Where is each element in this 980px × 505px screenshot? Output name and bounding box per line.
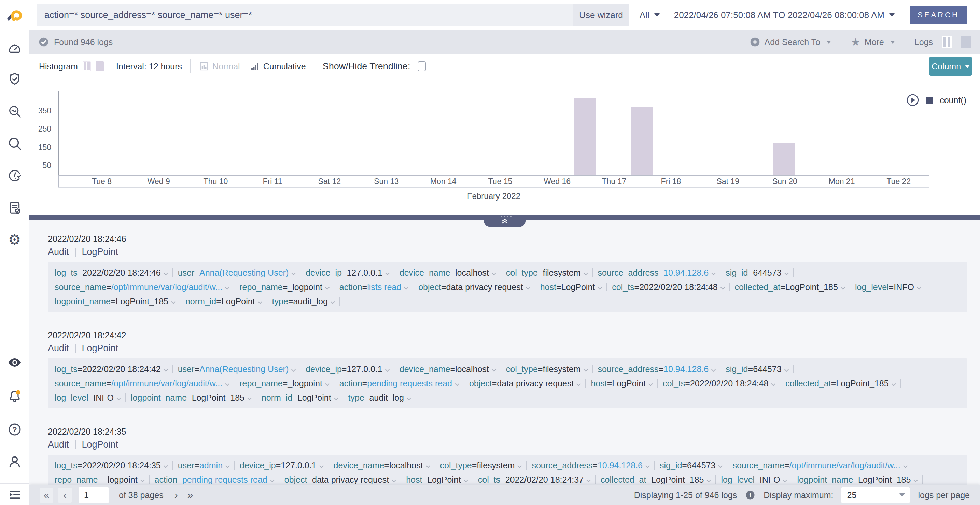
log-field[interactable]: user=Anna(Requesting User) — [178, 268, 295, 277]
field-key[interactable]: source_name — [55, 379, 106, 388]
chevron-down-icon[interactable] — [392, 478, 396, 483]
field-value[interactable]: 2022/02/20 18:24:37 — [505, 475, 584, 484]
field-key[interactable]: device_name — [399, 268, 450, 277]
chevron-down-icon[interactable] — [771, 382, 775, 386]
chevron-down-icon[interactable] — [407, 396, 411, 400]
log-type-label[interactable]: LogPoint — [82, 343, 118, 354]
chart-type-dropdown[interactable]: Column — [929, 57, 972, 75]
chevron-down-icon[interactable] — [784, 271, 789, 276]
log-field[interactable]: sig_id=644573 — [660, 460, 722, 470]
log-field[interactable]: log_ts=2022/02/20 18:24:35 — [55, 460, 167, 470]
log-field[interactable]: col_ts=2022/02/20 18:24:48 — [612, 282, 724, 292]
field-key[interactable]: collected_at — [601, 475, 646, 484]
histogram-bar[interactable] — [632, 107, 652, 175]
page-number-input[interactable] — [78, 487, 108, 503]
field-value[interactable]: 2022/02/20 18:24:48 — [639, 282, 718, 292]
more-button[interactable]: ★ More — [851, 37, 895, 48]
field-key[interactable]: host — [591, 379, 607, 388]
log-field[interactable]: device_ip=127.0.0.1 — [240, 460, 323, 470]
chevron-down-icon[interactable] — [526, 285, 530, 290]
log-field[interactable]: collected_at=LogPoint_185 — [601, 475, 710, 484]
field-key[interactable]: user — [178, 460, 195, 470]
chevron-down-icon[interactable] — [917, 285, 921, 290]
field-value[interactable]: 10.94.128.6 — [663, 364, 708, 374]
field-key[interactable]: source_address — [598, 268, 659, 277]
chevron-down-icon[interactable] — [648, 382, 653, 386]
log-field[interactable]: col_type=filesystem — [506, 364, 587, 374]
field-value[interactable]: filesystem — [542, 268, 581, 277]
field-key[interactable]: log_level — [721, 475, 755, 484]
field-value[interactable]: LogPoint_185 — [651, 475, 704, 484]
log-field[interactable]: device_ip=127.0.0.1 — [305, 268, 389, 277]
field-value[interactable]: LogPoint_185 — [192, 393, 245, 403]
chevron-down-icon[interactable] — [164, 271, 168, 276]
histogram-bar[interactable] — [574, 98, 595, 175]
field-value[interactable]: audit_log — [369, 393, 404, 403]
chevron-down-icon[interactable] — [584, 271, 588, 276]
time-range-picker[interactable]: 2022/04/26 07:50:08 AM TO 2022/04/26 08:… — [674, 10, 895, 21]
log-field[interactable]: sig_id=644573 — [725, 364, 788, 374]
log-field[interactable]: collected_at=LogPoint_185 — [735, 282, 845, 292]
field-key[interactable]: source_address — [598, 364, 659, 374]
histogram-bar[interactable] — [773, 143, 795, 175]
chevron-down-icon[interactable] — [492, 271, 496, 276]
chevron-down-icon[interactable] — [164, 367, 168, 372]
field-key[interactable]: col_type — [506, 364, 538, 374]
field-key[interactable]: user — [178, 268, 195, 277]
field-value[interactable]: INFO — [894, 282, 914, 292]
chevron-down-icon[interactable] — [334, 396, 338, 400]
log-field[interactable]: collected_at=LogPoint_185 — [785, 379, 895, 388]
field-value[interactable]: filesystem — [542, 364, 581, 374]
field-value[interactable]: _logpoint — [288, 282, 322, 292]
log-field[interactable]: host=LogPoint — [540, 282, 602, 292]
field-key[interactable]: object — [285, 475, 307, 484]
chevron-down-icon[interactable] — [225, 285, 229, 290]
chevron-down-icon[interactable] — [783, 478, 788, 483]
field-value[interactable]: LogPoint — [427, 475, 461, 484]
log-field[interactable]: col_type=filesystem — [440, 460, 522, 470]
chevron-down-icon[interactable] — [721, 285, 725, 290]
log-field[interactable]: norm_id=LogPoint — [185, 296, 262, 306]
log-field[interactable]: col_type=filesystem — [506, 268, 587, 277]
sidebar-item-settings[interactable]: ⚙ — [6, 232, 23, 248]
field-key[interactable]: col_type — [440, 460, 472, 470]
field-key[interactable]: repo_name — [55, 475, 98, 484]
field-value[interactable]: INFO — [760, 475, 780, 484]
chevron-down-icon[interactable] — [319, 464, 324, 468]
field-value[interactable]: INFO — [93, 393, 114, 403]
field-key[interactable]: col_ts — [612, 282, 634, 292]
histogram-view-toggle-icon[interactable] — [83, 61, 91, 72]
field-value[interactable]: localhost — [455, 364, 489, 374]
field-key[interactable]: log_ts — [55, 460, 78, 470]
chevron-down-icon[interactable] — [225, 464, 230, 468]
collapse-histogram-button[interactable] — [484, 215, 525, 226]
chevron-down-icon[interactable] — [385, 367, 390, 372]
normal-mode-button[interactable]: Normal — [199, 61, 240, 72]
field-value[interactable]: lists read — [367, 282, 401, 292]
trendline-checkbox[interactable] — [418, 61, 426, 72]
log-field[interactable]: repo_name=_logpoint — [239, 379, 329, 388]
next-page-button[interactable]: › — [175, 489, 178, 501]
field-value[interactable]: /opt/immune/var/log/audit/w... — [111, 282, 222, 292]
sidebar-item-notifications[interactable] — [6, 388, 23, 404]
log-field[interactable]: repo_name=_logpoint — [239, 282, 329, 292]
chevron-down-icon[interactable] — [270, 478, 275, 483]
field-key[interactable]: collected_at — [735, 282, 780, 292]
chevron-down-icon[interactable] — [325, 285, 329, 290]
field-value[interactable]: 10.94.128.6 — [663, 268, 708, 277]
field-key[interactable]: type — [272, 296, 288, 306]
info-icon[interactable]: i — [745, 490, 755, 500]
field-key[interactable]: type — [348, 393, 364, 403]
log-field[interactable]: col_ts=2022/02/20 18:24:37 — [478, 475, 590, 484]
field-value[interactable]: 644573 — [753, 364, 781, 374]
field-key[interactable]: source_name — [55, 282, 106, 292]
log-field[interactable]: col_ts=2022/02/20 18:24:48 — [663, 379, 775, 388]
field-value[interactable]: /opt/immune/var/log/audit/w... — [789, 460, 900, 470]
field-key[interactable]: source_name — [732, 460, 784, 470]
field-key[interactable]: host — [406, 475, 422, 484]
chevron-down-icon[interactable] — [116, 396, 121, 400]
sidebar-item-profile[interactable] — [6, 453, 23, 470]
field-value[interactable]: /opt/immune/var/log/audit/w... — [111, 379, 222, 388]
sidebar-item-threat-hunting[interactable] — [6, 103, 23, 119]
log-field[interactable]: user=admin — [178, 460, 229, 470]
